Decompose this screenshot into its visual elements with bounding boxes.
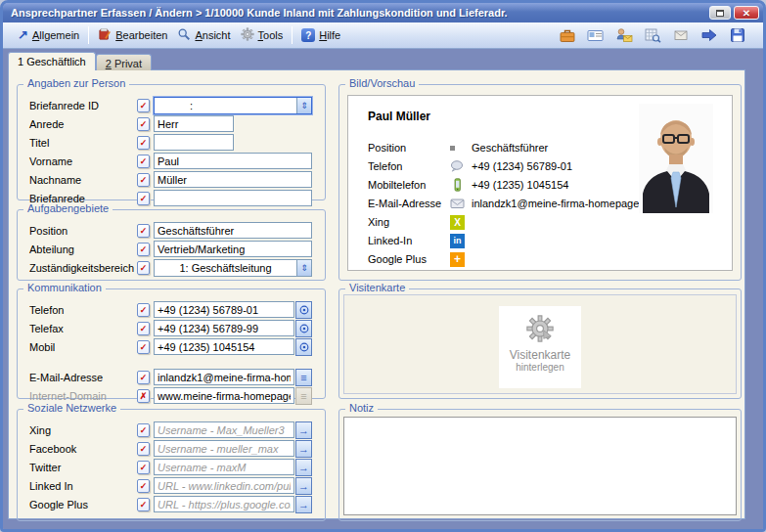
abteilung-input[interactable] bbox=[154, 241, 312, 257]
workspace: 1 Geschäftlich 2 Privat Angaben zur Pers… bbox=[3, 49, 763, 529]
check-doc-icon[interactable]: ✓ bbox=[137, 423, 150, 437]
briefanrede-input[interactable] bbox=[154, 190, 312, 206]
check-doc-icon[interactable]: ✓ bbox=[137, 371, 150, 384]
check-doc-icon[interactable]: ✓ bbox=[137, 340, 150, 354]
group-visitenkarte: Visitenkarte Visitenkarte hinterlegen bbox=[338, 288, 742, 399]
email-input[interactable] bbox=[154, 369, 294, 385]
linkedin-badge-icon[interactable]: in bbox=[450, 234, 465, 248]
notiz-textarea[interactable] bbox=[343, 417, 737, 515]
spinner-button[interactable]: ⇕ bbox=[296, 260, 311, 276]
menu-allgemein-label: Allgemein bbox=[32, 29, 79, 41]
check-doc-icon[interactable]: ✓ bbox=[137, 243, 150, 256]
vorname-input[interactable] bbox=[154, 153, 312, 169]
menu-lines-icon: ≡ bbox=[300, 390, 306, 402]
dial-button[interactable] bbox=[295, 320, 312, 337]
field-label: Xing bbox=[29, 424, 137, 436]
preview-row-googleplus: Google Plus + bbox=[368, 251, 465, 267]
xing-badge-icon[interactable]: X bbox=[450, 215, 465, 230]
open-link-button[interactable]: → bbox=[295, 421, 312, 439]
check-doc-icon[interactable]: ✓ bbox=[137, 479, 150, 493]
mobil-input[interactable] bbox=[154, 338, 294, 355]
check-doc-icon[interactable]: ✓ bbox=[137, 442, 150, 456]
visitenkarte-label-1: Visitenkarte bbox=[510, 348, 570, 362]
close-button[interactable]: ✕ bbox=[734, 6, 759, 20]
group-title: Visitenkarte bbox=[345, 282, 409, 293]
nachname-input[interactable] bbox=[154, 171, 312, 188]
linkedin-input[interactable] bbox=[154, 477, 294, 494]
menu-bearbeiten[interactable]: Bearbeiten bbox=[93, 24, 172, 46]
googleplus-badge-icon[interactable]: + bbox=[450, 252, 465, 267]
anrede-input[interactable] bbox=[154, 115, 234, 132]
open-link-button[interactable]: → bbox=[295, 496, 312, 513]
tab-privat[interactable]: 2 Privat bbox=[96, 54, 152, 70]
check-doc-icon[interactable]: ✓ bbox=[137, 224, 150, 238]
dial-button[interactable] bbox=[295, 301, 312, 319]
link-arrow-icon: → bbox=[298, 424, 309, 436]
envelope-doc-icon[interactable] bbox=[671, 26, 691, 44]
xing-input[interactable] bbox=[154, 421, 294, 438]
field-label: Position bbox=[29, 225, 137, 237]
form-panel: Angaben zur Person Briefanrede ID ✓ : ⇕ … bbox=[8, 69, 745, 519]
restore-button[interactable] bbox=[709, 6, 731, 20]
check-doc-icon[interactable]: ✓ bbox=[137, 303, 150, 317]
dialog-window: Ansprechpartner Erfassen / Ändern > 1/10… bbox=[0, 0, 766, 532]
forward-arrow-icon[interactable] bbox=[699, 26, 719, 44]
check-doc-icon[interactable]: ✓ bbox=[137, 117, 150, 131]
dial-icon bbox=[298, 304, 310, 316]
field-label: Google Plus bbox=[29, 499, 137, 510]
check-doc-icon[interactable]: ✓ bbox=[137, 498, 150, 511]
menu-hilfe[interactable]: ? Hilfe bbox=[296, 25, 345, 45]
save-icon[interactable] bbox=[728, 26, 747, 44]
group-angaben-zur-person: Angaben zur Person Briefanrede ID ✓ : ⇕ … bbox=[17, 84, 326, 200]
open-link-button[interactable]: → bbox=[295, 477, 312, 495]
facebook-input[interactable] bbox=[154, 440, 294, 457]
field-label: Titel bbox=[29, 137, 137, 149]
briefanrede-id-combo[interactable]: : ⇕ bbox=[154, 97, 312, 114]
open-link-button[interactable]: → bbox=[295, 459, 312, 476]
position-input[interactable] bbox=[154, 222, 312, 239]
check-doc-icon[interactable]: ✓ bbox=[137, 461, 150, 474]
row-twitter: Twitter ✓ → bbox=[29, 459, 312, 475]
internet-domain-input[interactable] bbox=[154, 387, 294, 404]
field-label: Vorname bbox=[29, 155, 137, 167]
domain-button-disabled: ≡ bbox=[295, 387, 312, 405]
titel-input[interactable] bbox=[154, 134, 234, 151]
menu-allgemein[interactable]: ↗ Allgemein bbox=[13, 26, 84, 44]
briefcase-icon[interactable] bbox=[558, 26, 577, 44]
zustaendigkeitsbereich-combo[interactable]: 1: Geschäftsleitung ⇕ bbox=[154, 259, 312, 277]
check-doc-icon[interactable]: ✓ bbox=[137, 192, 150, 205]
googleplus-input[interactable] bbox=[154, 496, 294, 512]
check-doc-icon[interactable]: ✓ bbox=[137, 261, 150, 275]
check-doc-icon[interactable]: ✓ bbox=[137, 99, 150, 112]
spinner-button[interactable]: ⇕ bbox=[296, 98, 311, 113]
twitter-input[interactable] bbox=[154, 459, 294, 475]
business-card-icon[interactable] bbox=[586, 26, 606, 44]
menu-tools[interactable]: Tools bbox=[236, 24, 289, 46]
preview-row-email: E-Mail-Adresse inlandzk1@meine-firma-hom… bbox=[368, 196, 654, 211]
menu-ansicht[interactable]: Ansicht bbox=[172, 24, 235, 46]
row-telefon: Telefon ✓ bbox=[29, 301, 312, 318]
check-doc-icon[interactable]: ✓ bbox=[137, 155, 150, 168]
dial-button[interactable] bbox=[295, 338, 312, 356]
visitenkarte-upload-button[interactable]: Visitenkarte hinterlegen bbox=[499, 306, 581, 388]
email-menu-button[interactable]: ≡ bbox=[295, 369, 312, 386]
tab-geschaeftlich[interactable]: 1 Geschäftlich bbox=[8, 52, 96, 70]
cross-doc-icon[interactable]: ✗ bbox=[137, 389, 150, 403]
check-doc-icon[interactable]: ✓ bbox=[137, 173, 150, 187]
check-doc-icon[interactable]: ✓ bbox=[137, 136, 150, 150]
check-doc-icon[interactable]: ✓ bbox=[137, 322, 150, 335]
mobile-phone-icon bbox=[450, 178, 472, 192]
group-title: Soziale Netzwerke bbox=[23, 402, 120, 414]
telefon-input[interactable] bbox=[154, 301, 294, 318]
field-label: Linked In bbox=[29, 480, 137, 492]
table-search-icon[interactable] bbox=[643, 26, 662, 44]
contact-mail-icon[interactable] bbox=[614, 26, 634, 44]
open-link-button[interactable]: → bbox=[295, 440, 312, 458]
menu-lines-icon: ≡ bbox=[300, 372, 306, 383]
row-mobil: Mobil ✓ bbox=[29, 338, 312, 355]
title-bar[interactable]: Ansprechpartner Erfassen / Ändern > 1/10… bbox=[3, 3, 763, 22]
group-title: Notiz bbox=[345, 402, 378, 414]
telefax-input[interactable] bbox=[154, 320, 294, 336]
preview-name: Paul Müller bbox=[368, 110, 430, 123]
field-label: Facebook bbox=[29, 443, 137, 455]
